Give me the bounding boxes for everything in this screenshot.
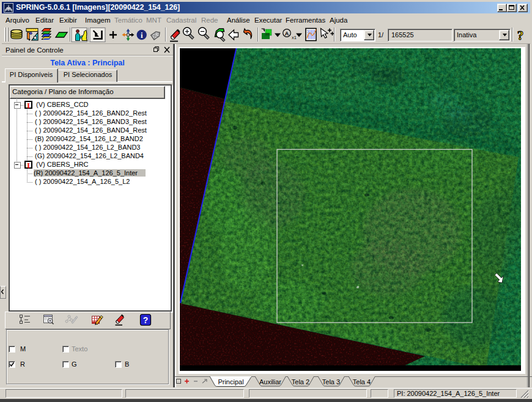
svg-text:Tela 3: Tela 3: [322, 378, 340, 386]
svg-text:?: ?: [143, 315, 149, 325]
svg-text:?: ?: [517, 28, 524, 43]
svg-text:A: A: [285, 31, 289, 37]
svg-text:Tela 2: Tela 2: [292, 378, 309, 386]
svg-text:Principal: Principal: [218, 378, 243, 386]
svg-text:Auxiliar: Auxiliar: [259, 378, 281, 386]
svg-text:x1: x1: [292, 35, 297, 40]
svg-text:i: i: [141, 31, 143, 40]
svg-text:Tela 4: Tela 4: [353, 378, 371, 386]
